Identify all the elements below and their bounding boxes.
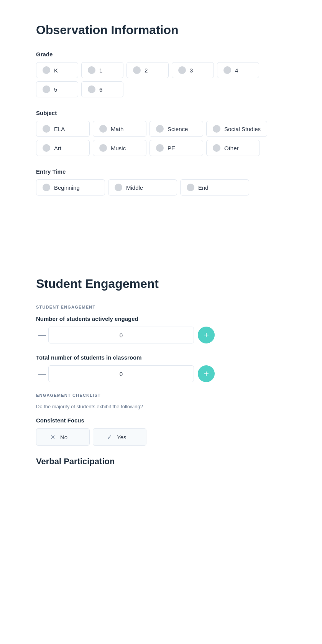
entry-time-label-middle: Middle: [126, 184, 143, 191]
subject-label-music: Music: [111, 145, 126, 151]
engagement-title: Student Engagement: [36, 277, 286, 291]
check-icon: ✓: [105, 433, 113, 441]
grade-label-6: 6: [99, 86, 102, 93]
total-students-stepper: —: [36, 365, 286, 382]
radio-circle-music: [99, 144, 107, 152]
consistent-focus-options: ✕ No ✓ Yes: [36, 428, 286, 446]
radio-circle-art: [43, 144, 50, 152]
plus-icon-2: [202, 370, 210, 378]
subject-option-art[interactable]: Art: [36, 140, 90, 156]
engaged-students-plus-button[interactable]: [198, 327, 215, 343]
x-icon: ✕: [49, 433, 56, 441]
subject-label-art: Art: [54, 145, 61, 151]
subject-option-math[interactable]: Math: [93, 121, 146, 137]
subject-label: Subject: [36, 110, 286, 116]
engaged-students-stepper: —: [36, 327, 286, 343]
radio-circle-middle: [115, 184, 122, 191]
total-students-minus-button[interactable]: —: [36, 365, 48, 382]
entry-time-option-beginning[interactable]: Beginning: [36, 179, 105, 196]
grade-option-2[interactable]: 2: [127, 62, 169, 78]
total-students-label: Total number of students in classroom: [36, 354, 286, 361]
grade-label-3: 3: [190, 67, 193, 74]
grade-options: K 1 2 3 4: [36, 62, 286, 97]
grade-label-2: 2: [145, 67, 148, 74]
radio-circle-6: [88, 85, 95, 93]
consistent-focus-no[interactable]: ✕ No: [36, 428, 90, 446]
checklist-desc: Do the majority of students exhibit the …: [36, 404, 286, 409]
radio-circle-social-studies: [213, 125, 220, 133]
grade-label-k: K: [54, 67, 58, 74]
total-students-field: Total number of students in classroom —: [36, 354, 286, 382]
engaged-students-input[interactable]: [48, 327, 194, 343]
radio-circle-4: [223, 66, 231, 74]
radio-circle-beginning: [43, 184, 50, 191]
consistent-focus-yes[interactable]: ✓ Yes: [93, 428, 146, 446]
entry-time-label-end: End: [198, 184, 209, 191]
verbal-participation-section: Verbal Participation: [36, 457, 286, 467]
engaged-students-label: Number of students actively engaged: [36, 315, 286, 322]
entry-time-label: Entry Time: [36, 168, 286, 175]
engagement-checklist: ENGAGEMENT CHECKLIST Do the majority of …: [36, 393, 286, 446]
checklist-label: ENGAGEMENT CHECKLIST: [36, 393, 286, 398]
subject-label-other: Other: [224, 145, 239, 151]
engagement-section: Student Engagement STUDENT ENGAGEMENT Nu…: [36, 277, 286, 467]
engagement-section-label: STUDENT ENGAGEMENT: [36, 305, 286, 309]
subject-option-science[interactable]: Science: [150, 121, 203, 137]
radio-circle-end: [187, 184, 194, 191]
subject-group: Subject ELA Math Science Social Studies: [36, 110, 286, 156]
subject-label-social-studies: Social Studies: [224, 126, 261, 132]
engaged-students-field: Number of students actively engaged —: [36, 315, 286, 343]
subject-options: ELA Math Science Social Studies Art: [36, 121, 286, 156]
radio-circle-2: [133, 66, 141, 74]
radio-circle-5: [43, 85, 50, 93]
minus-icon: —: [38, 331, 46, 340]
subject-label-science: Science: [168, 126, 188, 132]
radio-circle-science: [156, 125, 164, 133]
minus-icon-2: —: [38, 370, 46, 378]
grade-option-1[interactable]: 1: [81, 62, 123, 78]
grade-option-4[interactable]: 4: [217, 62, 259, 78]
plus-icon: [202, 331, 210, 339]
yes-label: Yes: [117, 434, 126, 440]
radio-circle-pe: [156, 144, 164, 152]
subject-label-ela: ELA: [54, 126, 65, 132]
radio-circle-other: [213, 144, 220, 152]
verbal-participation-label: Verbal Participation: [36, 457, 286, 467]
grade-label-1: 1: [99, 67, 102, 74]
radio-circle-math: [99, 125, 107, 133]
observation-section: Observation Information Grade K 1 2: [36, 23, 286, 196]
engagement-subsection: STUDENT ENGAGEMENT Number of students ac…: [36, 305, 286, 382]
subject-option-music[interactable]: Music: [93, 140, 146, 156]
radio-circle-k: [43, 66, 50, 74]
spacer: [36, 208, 286, 254]
entry-time-option-end[interactable]: End: [180, 179, 249, 196]
subject-option-social-studies[interactable]: Social Studies: [206, 121, 267, 137]
entry-time-options: Beginning Middle End: [36, 179, 286, 196]
subject-option-ela[interactable]: ELA: [36, 121, 90, 137]
grade-option-3[interactable]: 3: [172, 62, 214, 78]
radio-circle-1: [88, 66, 95, 74]
entry-time-group: Entry Time Beginning Middle End: [36, 168, 286, 196]
grade-label-5: 5: [54, 86, 57, 93]
subject-label-math: Math: [111, 126, 123, 132]
grade-label-4: 4: [235, 67, 238, 74]
grade-option-5[interactable]: 5: [36, 81, 78, 97]
subject-option-pe[interactable]: PE: [150, 140, 203, 156]
subject-label-pe: PE: [168, 145, 175, 151]
total-students-plus-button[interactable]: [198, 365, 215, 382]
subject-option-other[interactable]: Other: [206, 140, 260, 156]
grade-label: Grade: [36, 51, 286, 58]
no-label: No: [60, 434, 67, 440]
entry-time-label-beginning: Beginning: [54, 184, 80, 191]
radio-circle-3: [178, 66, 186, 74]
radio-circle-ela: [43, 125, 50, 133]
total-students-input[interactable]: [48, 365, 194, 382]
observation-title: Observation Information: [36, 23, 286, 37]
grade-option-6[interactable]: 6: [81, 81, 123, 97]
engaged-students-minus-button[interactable]: —: [36, 327, 48, 343]
entry-time-option-middle[interactable]: Middle: [108, 179, 177, 196]
consistent-focus-label: Consistent Focus: [36, 417, 286, 424]
grade-group: Grade K 1 2 3: [36, 51, 286, 97]
grade-option-k[interactable]: K: [36, 62, 78, 78]
